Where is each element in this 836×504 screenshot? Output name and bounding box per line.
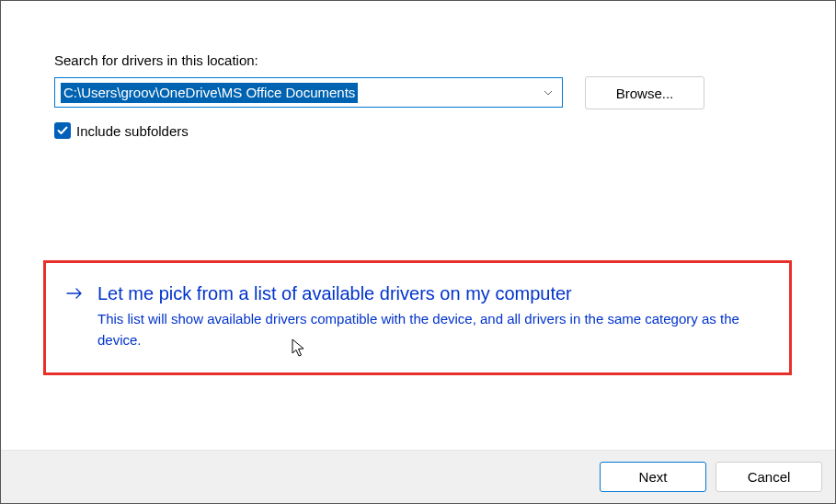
search-location-combobox[interactable]: C:\Users\groov\OneDrive\MS Office Docume… [54, 77, 563, 108]
include-subfolders-checkbox[interactable]: Include subfolders [54, 122, 809, 139]
browse-button[interactable]: Browse... [585, 76, 704, 109]
dialog-footer: Next Cancel [1, 450, 835, 503]
next-button[interactable]: Next [600, 462, 706, 492]
search-location-label: Search for drivers in this location: [54, 52, 809, 68]
arrow-right-icon [66, 285, 83, 302]
pick-from-list-option[interactable]: Let me pick from a list of available dri… [43, 260, 792, 375]
chevron-down-icon[interactable] [544, 88, 553, 97]
search-location-value: C:\Users\groov\OneDrive\MS Office Docume… [61, 83, 358, 103]
pick-from-list-title: Let me pick from a list of available dri… [97, 281, 771, 305]
include-subfolders-label: Include subfolders [76, 123, 189, 139]
pick-from-list-description: This list will show available drivers co… [97, 309, 741, 350]
cancel-button[interactable]: Cancel [716, 462, 822, 492]
checkbox-checked-icon [54, 122, 71, 139]
